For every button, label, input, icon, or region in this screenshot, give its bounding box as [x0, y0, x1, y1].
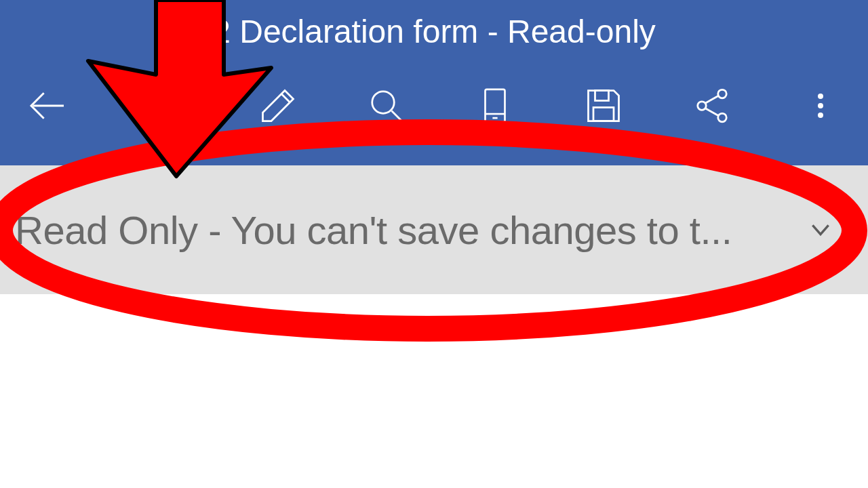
chevron-down-icon [807, 216, 834, 243]
mobile-view-button[interactable] [468, 79, 522, 133]
share-button[interactable] [685, 79, 739, 133]
document-area [0, 294, 868, 488]
app-root: 2 Declaration form - Read-only [0, 0, 868, 488]
svg-line-4 [392, 111, 402, 121]
svg-point-11 [718, 89, 727, 98]
search-icon [366, 85, 407, 126]
svg-point-16 [818, 94, 823, 99]
back-icon [26, 84, 69, 127]
svg-point-18 [818, 113, 823, 118]
more-button[interactable] [793, 79, 848, 133]
pencil-icon [258, 85, 298, 126]
svg-rect-9 [595, 91, 609, 101]
search-button[interactable] [359, 79, 414, 133]
document-title: 2 Declaration form - Read-only [212, 13, 656, 50]
svg-marker-1 [263, 91, 294, 121]
share-icon [692, 85, 732, 126]
save-button[interactable] [576, 79, 631, 133]
toolbar [0, 60, 868, 165]
svg-point-17 [818, 103, 823, 108]
svg-point-13 [718, 113, 727, 122]
svg-line-14 [705, 96, 719, 103]
toolbar-left [20, 79, 75, 133]
svg-line-15 [705, 108, 719, 116]
svg-point-3 [372, 92, 395, 114]
back-button[interactable] [20, 79, 75, 133]
app-header: 2 Declaration form - Read-only [0, 0, 868, 165]
read-only-notice-text: Read Only - You can't save changes to t.… [15, 207, 732, 253]
more-vertical-icon [804, 85, 837, 126]
mobile-view-icon [475, 86, 515, 125]
save-icon [583, 85, 624, 126]
edit-button[interactable] [251, 79, 305, 133]
notice-expand[interactable] [800, 209, 841, 250]
toolbar-right [251, 79, 848, 133]
svg-point-12 [698, 102, 707, 110]
read-only-notice[interactable]: Read Only - You can't save changes to t.… [0, 165, 868, 294]
title-row: 2 Declaration form - Read-only [0, 0, 868, 60]
svg-rect-10 [593, 108, 614, 121]
